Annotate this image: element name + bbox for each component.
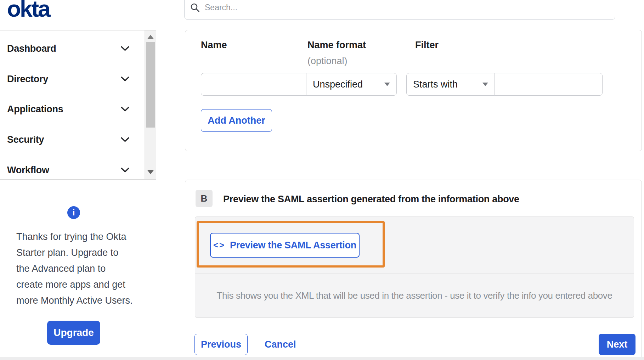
filter-column-label: Filter xyxy=(415,40,439,51)
cancel-button[interactable]: Cancel xyxy=(265,334,296,355)
scrollbar-thumb[interactable] xyxy=(146,42,155,128)
add-another-button[interactable]: Add Another xyxy=(201,109,272,132)
next-button[interactable]: Next xyxy=(599,334,635,355)
section-b-title: Preview the SAML assertion generated fro… xyxy=(223,194,519,205)
chevron-down-icon xyxy=(121,46,129,51)
global-search[interactable] xyxy=(184,0,615,20)
name-format-column-label: Name format xyxy=(307,40,366,51)
section-b-badge: B xyxy=(196,190,213,207)
sidebar-nav-bottom-divider xyxy=(0,179,156,180)
chevron-down-icon xyxy=(121,77,129,82)
code-icon: <> xyxy=(213,240,225,250)
horizontal-scrollbar-track[interactable] xyxy=(0,357,644,360)
attribute-name-input[interactable] xyxy=(201,73,306,96)
dropdown-arrow-icon xyxy=(384,83,390,86)
chevron-down-icon xyxy=(121,168,129,173)
sidebar-item-label: Security xyxy=(7,134,44,145)
search-icon xyxy=(190,3,200,12)
scroll-down-arrow-icon[interactable] xyxy=(147,170,154,174)
filter-operator-selected-value: Starts with xyxy=(413,79,458,90)
optional-label: (optional) xyxy=(307,56,348,67)
name-format-select[interactable]: Unspecified xyxy=(306,73,397,96)
sidebar-item-label: Directory xyxy=(7,74,48,85)
sidebar-item-dashboard[interactable]: Dashboard xyxy=(0,41,143,56)
sidebar-item-applications[interactable]: Applications xyxy=(0,102,143,116)
name-column-label: Name xyxy=(201,40,227,51)
chevron-down-icon xyxy=(121,107,129,112)
search-input[interactable] xyxy=(200,0,615,15)
sidebar-top-divider xyxy=(0,30,156,30)
sidebar-divider xyxy=(156,30,156,357)
chevron-down-icon xyxy=(121,137,129,142)
assertion-preview-box: This shows you the XML that will be used… xyxy=(195,216,634,318)
sidebar-scrollbar[interactable] xyxy=(145,30,156,179)
filter-value-input[interactable] xyxy=(495,73,603,96)
sidebar-item-directory[interactable]: Directory xyxy=(0,72,143,86)
upsell-text-line: more Monthly Active Users. xyxy=(16,293,144,309)
info-icon: i xyxy=(67,206,80,219)
upgrade-button[interactable]: Upgrade xyxy=(47,321,100,345)
okta-admin-console: okta Dashboard Directory Applications Se… xyxy=(0,0,644,360)
scroll-up-arrow-icon[interactable] xyxy=(147,35,154,39)
upsell-message: Thanks for trying the Okta Starter plan.… xyxy=(16,229,144,309)
upsell-text-line: Starter plan. Upgrade to xyxy=(16,245,144,261)
okta-logo: okta xyxy=(7,0,50,22)
sidebar-item-label: Dashboard xyxy=(7,43,56,54)
preview-saml-assertion-label: Preview the SAML Assertion xyxy=(230,240,356,251)
assertion-preview-box-help: This shows you the XML that will be used… xyxy=(195,274,634,317)
dropdown-arrow-icon xyxy=(482,83,488,86)
sidebar-item-workflow[interactable]: Workflow xyxy=(0,163,143,177)
sidebar-item-label: Applications xyxy=(7,104,63,115)
preview-help-text: This shows you the XML that will be used… xyxy=(217,290,612,301)
name-format-selected-value: Unspecified xyxy=(313,79,363,90)
upsell-text-line: Thanks for trying the Okta xyxy=(16,229,144,245)
filter-operator-select[interactable]: Starts with xyxy=(406,73,495,96)
upsell-text-line: the Advanced plan to xyxy=(16,261,144,277)
sidebar-item-security[interactable]: Security xyxy=(0,133,143,147)
preview-saml-assertion-button[interactable]: <> Preview the SAML Assertion xyxy=(210,233,360,258)
previous-button[interactable]: Previous xyxy=(194,334,248,355)
sidebar-item-label: Workflow xyxy=(7,165,49,176)
upsell-text-line: create more apps and get xyxy=(16,277,144,293)
